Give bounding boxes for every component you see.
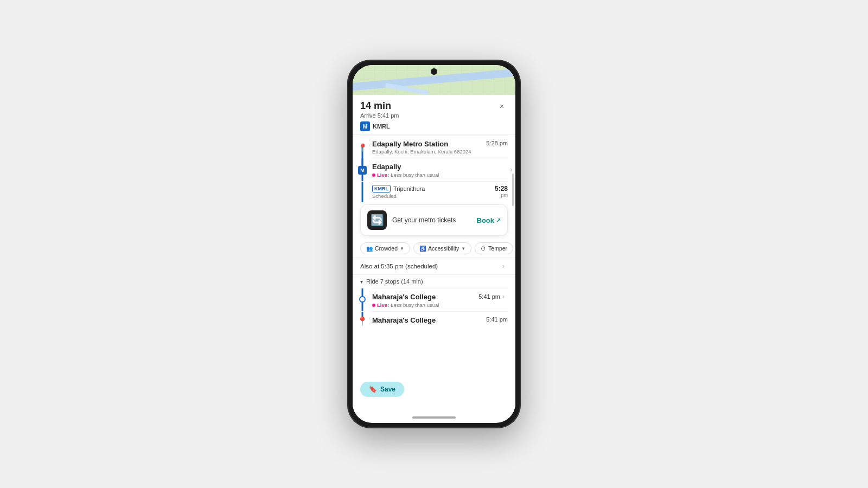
also-at-row[interactable]: Also at 5:35 pm (scheduled) › <box>353 258 515 275</box>
camera <box>431 68 437 75</box>
metro-m-icon: M <box>360 121 370 131</box>
kmrl-time-block: 5:28 pm <box>495 185 508 198</box>
bottom-pill <box>412 416 456 419</box>
origin-timeline: 📍 <box>353 136 372 158</box>
final-dest-time: 5:41 pm <box>486 316 508 323</box>
route-section: 📍 Edapally Metro Station Edapally, Kochi… <box>353 136 515 328</box>
trip-header: 14 min Arrive 5:41 pm × M KMRL <box>353 95 515 135</box>
temper-chip[interactable]: ⏱ Temper <box>475 242 513 254</box>
transit-badge: M KMRL <box>360 121 508 131</box>
edapally-name: Edapally <box>372 163 502 171</box>
edapally-row[interactable]: M Edapally Live: Less busy than usual › <box>353 158 515 181</box>
save-label: Save <box>380 386 395 393</box>
edapally-dot: M <box>358 166 367 181</box>
kmrl-route-row: KMRL Tripunithura Scheduled 5:28 pm <box>353 182 515 202</box>
origin-dot: 📍 <box>358 143 367 158</box>
maharajas-info: Maharaja's College Live: Less busy than … <box>372 288 515 311</box>
final-dest-timeline: 📍 <box>353 312 372 328</box>
also-at-text: Also at 5:35 pm (scheduled) <box>360 263 438 269</box>
trip-duration-block: 14 min Arrive 5:41 pm <box>360 100 399 119</box>
final-dest-row: 📍 Maharaja's College 5:41 pm <box>353 312 515 328</box>
temper-icon: ⏱ <box>481 246 486 252</box>
book-button[interactable]: Book ↗ <box>477 216 501 224</box>
edapally-timeline: M <box>353 158 372 181</box>
location-pin-icon: 📍 <box>358 143 367 152</box>
collapse-icon: ▾ <box>360 279 363 285</box>
maharajas-arrival-row[interactable]: Maharaja's College Live: Less busy than … <box>353 288 515 311</box>
maharajas-live-dot-icon <box>372 304 375 307</box>
save-icon: 🔖 <box>369 386 377 393</box>
origin-name: Edapally Metro Station <box>372 140 486 148</box>
edapally-info: Edapally Live: Less busy than usual <box>372 158 510 181</box>
live-dot-icon <box>372 174 375 177</box>
v-line-kmrl <box>362 182 363 202</box>
external-link-icon: ↗ <box>496 217 501 224</box>
phone-frame: 14 min Arrive 5:41 pm × M KMRL <box>347 60 521 428</box>
save-button[interactable]: 🔖 Save <box>360 382 404 397</box>
temper-label: Temper <box>488 245 507 252</box>
origin-stop: Edapally Metro Station Edapally, Kochi, … <box>372 136 515 158</box>
origin-address: Edapally, Kochi, Ernakulam, Kerala 68202… <box>372 149 486 155</box>
accessibility-label: Accessibility <box>428 245 459 252</box>
maharajas-name: Maharaja's College <box>372 293 439 301</box>
crowded-chip[interactable]: 👥 Crowded ▼ <box>360 242 410 254</box>
maharajas-chevron-icon: › <box>502 293 508 300</box>
trip-arrive: Arrive 5:41 pm <box>360 112 399 119</box>
edapally-live: Live: Less busy than usual <box>372 172 502 178</box>
kmrl-timeline <box>353 182 372 202</box>
book-label: Book <box>477 216 495 224</box>
chevron-right-icon: › <box>510 166 515 174</box>
maharajas-dot <box>359 296 366 311</box>
crowded-arrow-icon: ▼ <box>400 246 404 251</box>
kmrl-info: KMRL Tripunithura Scheduled <box>372 185 495 199</box>
filter-row: 👥 Crowded ▼ ♿ Accessibility ▼ ⏱ Temper <box>353 239 515 258</box>
content-panel: 14 min Arrive 5:41 pm × M KMRL <box>353 95 515 412</box>
metro-m-edapally: M <box>358 166 367 175</box>
kmrl-badge: KMRL <box>372 185 391 192</box>
origin-info: Edapally Metro Station Edapally, Kochi, … <box>372 140 486 155</box>
promo-app-icon: 🔄 <box>367 210 387 230</box>
crowded-icon: 👥 <box>366 246 373 252</box>
final-dest-stop: Maharaja's College 5:41 pm <box>372 312 515 328</box>
kmrl-info-block: KMRL Tripunithura Scheduled 5:28 pm <box>372 182 515 202</box>
phone-screen: 14 min Arrive 5:41 pm × M KMRL <box>353 65 515 423</box>
ride-stops-text: Ride 7 stops (14 min) <box>366 278 423 285</box>
destination-pin-icon: 📍 <box>357 317 368 326</box>
transit-line-label: KMRL <box>373 123 390 130</box>
maharajas-timeline <box>353 288 372 311</box>
kmrl-time: 5:28 <box>495 185 508 192</box>
maharajas-live: Live: Less busy than usual <box>372 302 439 308</box>
accessibility-arrow-icon: ▼ <box>461 246 465 251</box>
maharajas-arrival-time: 5:41 pm <box>478 293 500 300</box>
origin-row: 📍 Edapally Metro Station Edapally, Kochi… <box>353 136 515 158</box>
final-dest-pin: 📍 <box>357 317 368 328</box>
ride-stops-row[interactable]: ▾ Ride 7 stops (14 min) <box>353 275 515 288</box>
trip-duration: 14 min <box>360 100 399 112</box>
final-dest-info: Maharaja's College <box>372 316 486 324</box>
kmrl-destination: Tripunithura <box>393 185 425 192</box>
scrollbar[interactable] <box>512 174 514 206</box>
accessibility-chip[interactable]: ♿ Accessibility ▼ <box>413 242 471 254</box>
live-label: Live: <box>377 172 389 178</box>
close-button[interactable]: × <box>496 100 508 112</box>
accessibility-icon: ♿ <box>419 246 426 252</box>
ticket-promo-card[interactable]: 🔄 Get your metro tickets Book ↗ <box>360 204 508 236</box>
kmrl-top: KMRL Tripunithura <box>372 185 495 192</box>
final-dest-name: Maharaja's College <box>372 316 486 324</box>
maharajas-live-label: Live: <box>377 302 389 308</box>
origin-time: 5:28 pm <box>486 140 508 146</box>
promo-text: Get your metro tickets <box>392 216 471 224</box>
maharajas-name-block: Maharaja's College Live: Less busy than … <box>372 293 439 308</box>
kmrl-scheduled: Scheduled <box>372 193 495 199</box>
also-at-chevron-icon: › <box>502 262 508 270</box>
maharajas-circle-dot <box>359 296 366 303</box>
crowded-label: Crowded <box>375 245 398 252</box>
kmrl-time-suffix: pm <box>495 192 508 198</box>
promo-icon-glyph: 🔄 <box>371 214 384 227</box>
maharajas-live-status: Less busy than usual <box>391 302 439 308</box>
live-status: Less busy than usual <box>391 172 439 178</box>
